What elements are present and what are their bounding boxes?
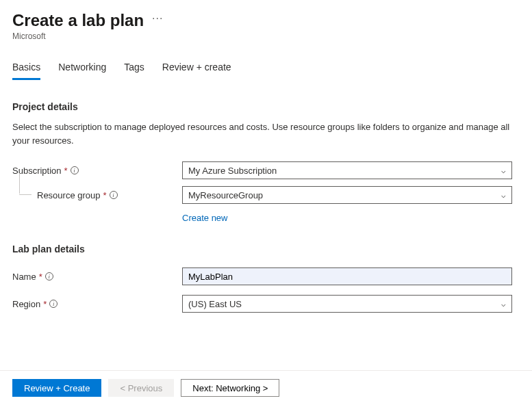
tab-tags[interactable]: Tags	[124, 57, 144, 80]
subscription-dropdown[interactable]: My Azure Subscription ⌵	[182, 161, 512, 179]
resource-group-dropdown[interactable]: MyResourceGroup ⌵	[182, 186, 512, 204]
info-icon[interactable]: i	[110, 191, 118, 199]
info-icon[interactable]: i	[45, 272, 53, 280]
resource-group-label: Resource group	[37, 190, 101, 200]
region-dropdown[interactable]: (US) East US ⌵	[182, 295, 512, 313]
subscription-value: My Azure Subscription	[188, 166, 277, 176]
review-create-button[interactable]: Review + Create	[12, 379, 101, 397]
chevron-down-icon: ⌵	[501, 300, 506, 309]
tab-basics[interactable]: Basics	[12, 57, 40, 80]
region-label: Region	[12, 299, 40, 309]
page-subtitle: Microsoft	[12, 31, 520, 41]
required-marker: *	[64, 166, 68, 176]
project-details-heading: Project details	[12, 101, 520, 112]
more-actions-icon[interactable]: ···	[152, 12, 163, 29]
chevron-down-icon: ⌵	[501, 191, 506, 200]
required-marker: *	[43, 299, 47, 309]
info-icon[interactable]: i	[49, 300, 58, 308]
name-input[interactable]	[182, 267, 512, 285]
create-new-link[interactable]: Create new	[182, 213, 227, 223]
tabs: Basics Networking Tags Review + create	[12, 57, 520, 81]
resource-group-value: MyResourceGroup	[188, 190, 263, 200]
page-title: Create a lab plan	[12, 11, 144, 30]
tab-networking[interactable]: Networking	[58, 57, 106, 80]
project-details-description: Select the subscription to manage deploy…	[12, 120, 519, 147]
required-marker: *	[39, 272, 42, 282]
tab-review-create[interactable]: Review + create	[162, 57, 231, 80]
region-value: (US) East US	[188, 299, 242, 309]
required-marker: *	[103, 190, 107, 200]
footer: Review + Create < Previous Next: Network…	[0, 370, 532, 405]
next-button[interactable]: Next: Networking >	[181, 379, 279, 397]
info-icon[interactable]: i	[71, 166, 79, 174]
chevron-down-icon: ⌵	[501, 166, 506, 175]
name-label: Name	[12, 272, 36, 282]
previous-button: < Previous	[108, 379, 174, 397]
lab-plan-details-heading: Lab plan details	[12, 244, 520, 254]
